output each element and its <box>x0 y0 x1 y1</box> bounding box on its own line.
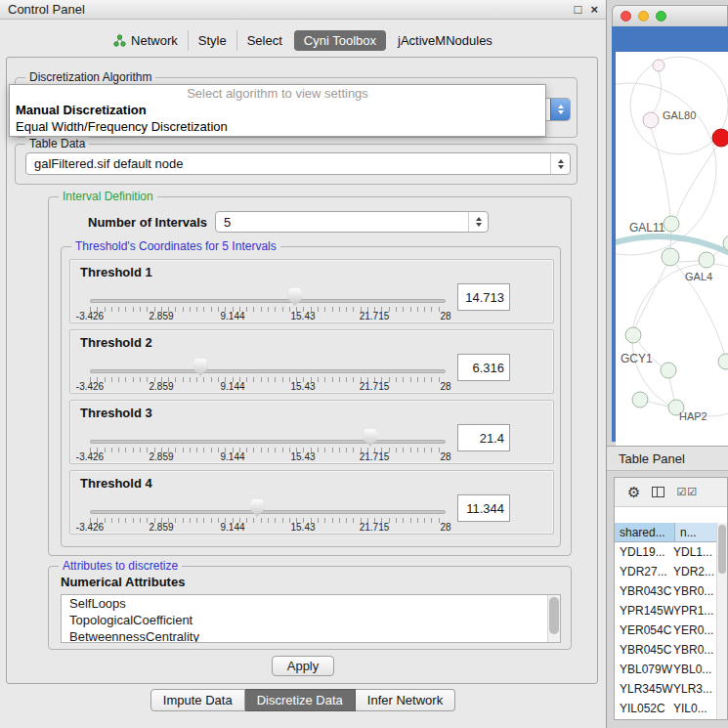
cell[interactable]: YDR27... <box>615 565 673 578</box>
table-row[interactable]: YBL079WYBL0... <box>615 660 717 679</box>
tab-impute-data[interactable]: Impute Data <box>150 689 245 711</box>
threshold-1-label: Threshold 1 <box>80 265 152 279</box>
cell[interactable]: YBR045C <box>615 643 673 657</box>
network-view-frame: GAL80 GAL11 GAL4 GCY1 HAP2 <box>612 26 728 442</box>
cell[interactable]: YLR345W <box>615 682 673 696</box>
cell[interactable]: YBL0... <box>673 663 717 676</box>
tab-select[interactable]: Select <box>236 30 292 51</box>
float-icon[interactable]: □ <box>575 3 582 16</box>
cell[interactable]: YPR145W <box>615 604 673 618</box>
node[interactable] <box>632 392 648 407</box>
combobox-arrows-icon[interactable] <box>468 212 488 232</box>
threshold-3-slider[interactable] <box>90 440 446 444</box>
table-row[interactable]: YBR043CYBR0... <box>615 581 717 601</box>
tick-label: 21.715 <box>360 522 390 533</box>
network-window-titlebar[interactable] <box>612 5 728 26</box>
table-row[interactable]: YIL052CYIL0... <box>615 699 717 718</box>
node[interactable] <box>699 252 714 268</box>
slider-thumb[interactable] <box>364 429 377 447</box>
node-label: HAP2 <box>679 410 707 422</box>
node[interactable] <box>625 327 641 343</box>
tick-label: -3.426 <box>76 522 104 533</box>
zoom-button[interactable] <box>656 11 666 21</box>
node[interactable] <box>653 60 664 71</box>
threshold-4-slider[interactable] <box>90 510 446 514</box>
attributes-scrollbar[interactable] <box>547 595 560 642</box>
table-row[interactable]: YLR345WYLR3... <box>615 679 717 699</box>
table-data-combobox[interactable]: galFiltered.sif default node <box>25 152 571 175</box>
tab-cyni-toolbox[interactable]: Cyni Toolbox <box>294 30 386 51</box>
tab-cyni-toolbox-label: Cyni Toolbox <box>304 33 376 48</box>
gear-icon[interactable]: ⚙ <box>627 485 640 499</box>
slider-thumb[interactable] <box>288 288 302 306</box>
list-item[interactable]: BetweennessCentrality <box>62 628 560 643</box>
tick-label: 28 <box>440 451 450 462</box>
cell[interactable]: YPR1... <box>673 604 717 618</box>
scrollbar-thumb[interactable] <box>718 525 726 574</box>
node[interactable] <box>662 248 679 266</box>
cell[interactable]: YBR0... <box>673 584 717 598</box>
slider-thumb[interactable] <box>250 499 264 517</box>
node[interactable] <box>661 363 676 378</box>
combobox-arrows-icon[interactable] <box>550 99 570 120</box>
threshold-1-value-field[interactable]: 14.713 <box>457 283 510 311</box>
node-label: GAL11 <box>629 221 665 235</box>
table-row[interactable]: YDR27...YDR2... <box>615 562 717 581</box>
table-row[interactable]: YPR145WYPR1... <box>615 601 717 621</box>
cell[interactable]: YDR2... <box>673 565 717 578</box>
cyni-toolbox-content: Discretization Algorithm Select algorith… <box>6 57 598 684</box>
list-item[interactable]: TopologicalCoefficient <box>62 612 560 628</box>
node[interactable] <box>664 216 679 232</box>
slider-thumb[interactable] <box>193 359 207 376</box>
threshold-4-value-field[interactable]: 11.344 <box>457 494 510 522</box>
combobox-arrows-icon[interactable] <box>550 153 570 174</box>
column-header-shared-name[interactable]: shared... <box>615 523 675 541</box>
threshold-2-slider[interactable] <box>90 369 446 373</box>
cell[interactable]: YIL052C <box>615 702 673 715</box>
tab-jactivemodules[interactable]: jActiveMNodules <box>388 30 502 51</box>
table-row[interactable]: YER054CYER0... <box>615 621 717 640</box>
network-graph[interactable]: GAL80 GAL11 GAL4 GCY1 HAP2 <box>616 52 728 459</box>
tick-label: 15.43 <box>290 381 315 392</box>
close-button[interactable] <box>621 11 631 21</box>
scrollbar-thumb[interactable] <box>549 597 559 634</box>
cell[interactable]: YBR0... <box>673 643 717 657</box>
apply-button[interactable]: Apply <box>272 656 334 676</box>
cell[interactable]: YER0... <box>673 623 717 637</box>
slider-ticks <box>90 377 446 382</box>
cell[interactable]: YBL079W <box>615 663 673 676</box>
columns-icon[interactable] <box>652 487 664 497</box>
cell[interactable]: YLR3... <box>673 682 717 696</box>
cell[interactable]: YDL1... <box>673 545 717 559</box>
list-item[interactable]: SelfLoops <box>62 595 560 612</box>
tab-infer-network[interactable]: Infer Network <box>356 689 455 711</box>
select-checkboxes-icon[interactable]: ☑☑ <box>676 487 698 497</box>
num-intervals-combobox[interactable]: 5 <box>215 211 489 233</box>
attributes-list[interactable]: SelfLoops TopologicalCoefficient Between… <box>61 594 561 643</box>
cell[interactable]: YBR043C <box>615 584 673 598</box>
table-row[interactable]: YDL19...YDL1... <box>615 542 717 562</box>
dropdown-option-equal-width[interactable]: Equal Width/Frequency Discretization <box>10 118 545 135</box>
tab-discretize-data[interactable]: Discretize Data <box>245 689 356 711</box>
node[interactable] <box>718 354 728 369</box>
node-selected[interactable] <box>712 129 728 147</box>
threshold-1-slider[interactable] <box>90 299 446 303</box>
node[interactable] <box>643 112 659 128</box>
tab-style[interactable]: Style <box>188 30 236 51</box>
close-icon[interactable]: × <box>590 3 598 16</box>
minimize-button[interactable] <box>638 11 649 21</box>
tick-label: -3.426 <box>76 311 104 321</box>
cell[interactable]: YDL19... <box>615 545 673 559</box>
tick-label: 9.144 <box>220 381 244 392</box>
dropdown-option-manual[interactable]: Manual Discretization <box>10 102 545 118</box>
table-row[interactable]: YBR045CYBR0... <box>615 640 717 660</box>
network-canvas[interactable]: GAL80 GAL11 GAL4 GCY1 HAP2 <box>616 52 728 459</box>
tab-network[interactable]: Network <box>104 30 188 51</box>
threshold-2-value-field[interactable]: 6.316 <box>457 354 510 381</box>
node-label: GAL80 <box>663 109 696 121</box>
table-scrollbar[interactable] <box>716 523 727 719</box>
cell[interactable]: YER054C <box>615 623 673 637</box>
slider-ticks <box>90 448 446 452</box>
cell[interactable]: YIL0... <box>673 702 717 715</box>
threshold-3-value-field[interactable]: 21.4 <box>457 424 510 451</box>
